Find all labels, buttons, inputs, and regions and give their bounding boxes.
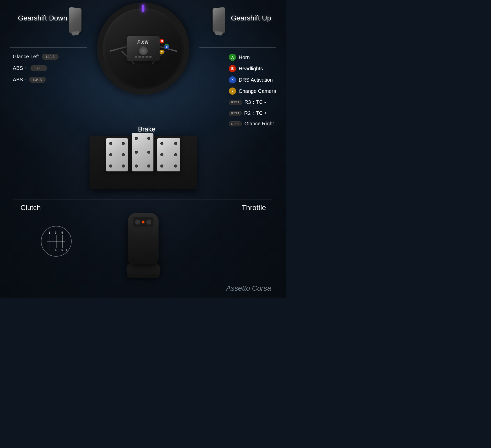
pedals-container (106, 133, 180, 171)
btn-icon-a: A (229, 54, 236, 61)
shifter-device (125, 213, 161, 298)
throttle-hole-3 (160, 153, 163, 156)
throttle-hole-6 (174, 165, 177, 168)
controller-buttons: A B X Y (154, 39, 169, 54)
headlights-item: B Headlights (229, 65, 276, 72)
throttle-hole-2 (174, 142, 177, 145)
svg-text:5: 5 (61, 231, 63, 234)
brake-hole-4 (147, 151, 150, 154)
r3sr-badge: R3/SR (229, 100, 242, 105)
horn-label: Horn (239, 54, 250, 60)
change-camera-item: Y Change Camera (229, 88, 276, 95)
clutch-pedal (106, 138, 128, 171)
steering-wheel-container: PXN A B X Y (95, 3, 192, 105)
brake-pedal-face (132, 133, 153, 171)
btn-icon-y: Y (229, 88, 236, 95)
throttle-hole-1 (160, 142, 163, 145)
throttle-hole-5 (160, 165, 163, 168)
change-camera-label: Change Camera (239, 88, 276, 94)
brake-hole-3 (135, 151, 138, 154)
pedal-hole-5 (109, 165, 112, 168)
hub-buttons-row (135, 56, 152, 58)
hub-btn-5 (149, 56, 152, 58)
gearshift-down-label: Gearshift Down (18, 14, 67, 22)
glance-left-item: Glance Left L1/LB (13, 54, 59, 60)
shifter-button (135, 220, 140, 225)
btn-icon-b: B (229, 65, 236, 72)
gearshift-up-label: Gearshift Up (231, 14, 271, 22)
paddle-left (69, 8, 82, 33)
pedal-hole-6 (122, 165, 125, 168)
brake-hole-5 (135, 165, 138, 168)
gear-pattern-svg: 1 3 5 2 4 6 H (45, 230, 68, 253)
pedal-hole-4 (122, 153, 125, 156)
hub-btn-3 (142, 56, 144, 58)
abs-minus-label: ABS - (13, 77, 26, 83)
svg-text:1: 1 (49, 231, 50, 234)
hub-btn-2 (138, 56, 141, 58)
brake-hole-1 (135, 137, 138, 140)
left-controls: Glance Left L1/LB ABS + L2/LT ABS - L3/L… (13, 54, 59, 88)
paddle-right-shape (213, 7, 225, 34)
svg-text:6: 6 (61, 248, 63, 252)
pxn-logo: PXN (137, 40, 149, 45)
abs-plus-item: ABS + L2/LT (13, 65, 59, 71)
hub-btn-4 (146, 56, 148, 58)
bottom-divider (14, 200, 272, 200)
wheel-spoke-left (109, 45, 129, 52)
brake-pedal (132, 133, 153, 171)
drs-label: DRS Activation (239, 77, 273, 83)
pedal-hole-3 (109, 153, 112, 156)
btn-x: X (164, 45, 169, 49)
brake-hole-2 (147, 137, 150, 140)
brake-hole-6 (147, 165, 150, 168)
btn-a-label: A (231, 55, 234, 59)
abs-minus-item: ABS - L3/LB (13, 77, 59, 83)
clutch-pedal-face (106, 138, 128, 171)
r3-tc-item: R3/SR R3：TC - (229, 99, 276, 106)
led-indicator (142, 5, 144, 12)
main-content: Gearshift Down Gearshift Up (0, 0, 286, 298)
bottom-labels: Clutch Throttle (0, 202, 286, 213)
shifter-button-2 (146, 220, 151, 225)
throttle-pedal (157, 138, 180, 171)
r2-tc-label: R2：TC + (244, 110, 267, 117)
gear-diagram: 1 3 5 2 4 6 H (41, 226, 72, 257)
horn-button (139, 46, 148, 55)
throttle-pedal-face (157, 138, 180, 171)
r2rt-badge: R2/RT (229, 111, 242, 116)
horn-item: A Horn (229, 54, 276, 61)
throttle-label: Throttle (242, 204, 266, 212)
drs-item: X DRS Activation (229, 76, 276, 83)
svg-text:3: 3 (55, 231, 57, 234)
l3lb-badge: L3/LB (29, 77, 46, 83)
btn-x-label: X (231, 78, 234, 82)
divider-right (199, 47, 276, 48)
l2lt-badge: L2/LT (30, 65, 47, 71)
bottom-section: 1 3 5 2 4 6 H (0, 213, 286, 298)
btn-y: Y (160, 50, 164, 54)
svg-text:2: 2 (49, 248, 50, 252)
top-section: Gearshift Down Gearshift Up (0, 0, 286, 133)
headlights-label: Headlights (239, 66, 263, 72)
pedals-section: Brake (0, 125, 286, 197)
r2-tc-item: R2/RT R2：TC + (229, 110, 276, 117)
brake-label: Brake (138, 125, 155, 133)
r3-tc-label: R3：TC - (244, 99, 266, 106)
throttle-hole-4 (174, 153, 177, 156)
clutch-label: Clutch (20, 204, 41, 212)
glance-left-label: Glance Left (13, 54, 39, 60)
svg-text:H: H (65, 248, 67, 252)
shifter-body (128, 213, 159, 264)
divider-left (10, 47, 87, 48)
paddle-right (212, 8, 225, 33)
shifter-led (142, 221, 144, 223)
btn-b: B (160, 39, 164, 43)
steering-wheel: PXN A B X Y (97, 3, 189, 95)
hub-btn-1 (135, 56, 137, 58)
pedal-hole-2 (122, 142, 125, 145)
abs-plus-label: ABS + (13, 65, 27, 71)
gearshift-up-text: Gearshift Up (231, 14, 271, 22)
right-controls: A Horn B Headlights X DRS Activation Y (229, 54, 276, 131)
game-title: Assetto Corsa (226, 284, 271, 292)
